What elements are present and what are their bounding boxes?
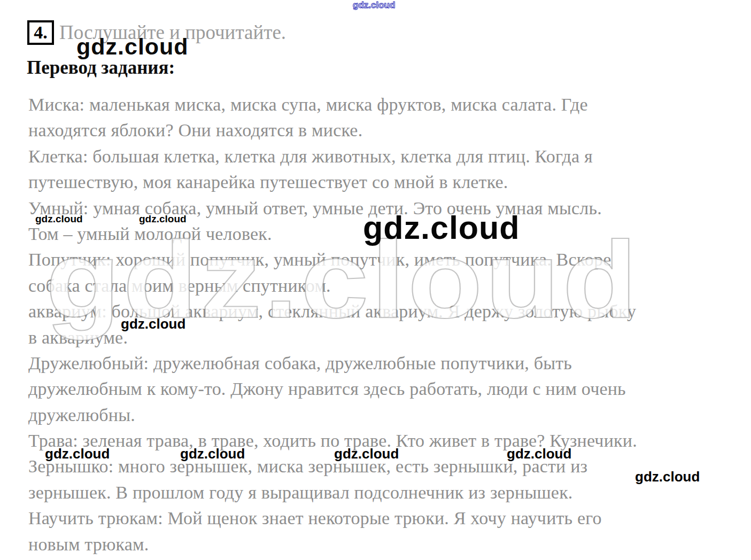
watermark-top: gdz.cloud (353, 1, 395, 10)
text-line: Умный: умная собака, умный ответ, умные … (28, 196, 637, 221)
text-line: находятся яблоки? Они находятся в миске. (28, 118, 637, 143)
watermark-small: gdz.cloud (139, 214, 187, 224)
text-line: Миска: маленькая миска, миска супа, миск… (28, 92, 637, 118)
watermark-small: gdz.cloud (35, 214, 83, 224)
text-line: зернышек. В прошлом году я выращивал под… (28, 480, 637, 505)
watermark-small: gdz.cloud (180, 447, 245, 461)
watermark-small: gdz.cloud (635, 470, 700, 484)
text-line: Клетка: большая клетка, клетка для живот… (28, 144, 637, 169)
task-number-box: 4. (27, 20, 54, 45)
watermark-small: gdz.cloud (45, 447, 110, 461)
text-line: новым трюкам. (28, 532, 637, 557)
task-number: 4. (34, 24, 48, 42)
watermark-small: gdz.cloud (334, 447, 399, 461)
watermark-large-top: gdz.cloud (76, 35, 189, 58)
text-line: Научить трюкам: Мой щенок знает некоторы… (28, 505, 637, 531)
watermark-small: gdz.cloud (121, 317, 185, 331)
watermark-large-center: gdz.cloud (363, 212, 520, 244)
section-heading: Перевод задания: (27, 58, 175, 79)
text-line: путешествую, моя канарейка путешествует … (28, 169, 637, 195)
text-line: Дружелюбный: дружелюбная собака, дружелю… (28, 351, 637, 376)
watermark-small: gdz.cloud (507, 447, 571, 461)
document-page: gdz.cloud 4. Послушайте и прочитайте. gd… (0, 0, 751, 560)
text-line: дружелюбны. (28, 402, 637, 428)
text-line: дружелюбным к кому-то. Джону нравится зд… (28, 376, 637, 402)
